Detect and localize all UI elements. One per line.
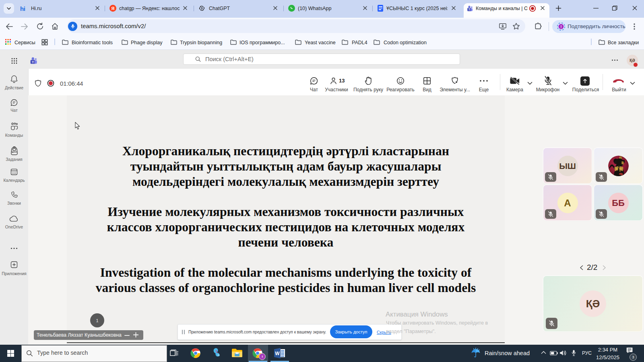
svg-text:W: W <box>275 351 280 356</box>
svg-text:T: T <box>32 60 34 64</box>
svg-text:T: T <box>469 8 470 11</box>
